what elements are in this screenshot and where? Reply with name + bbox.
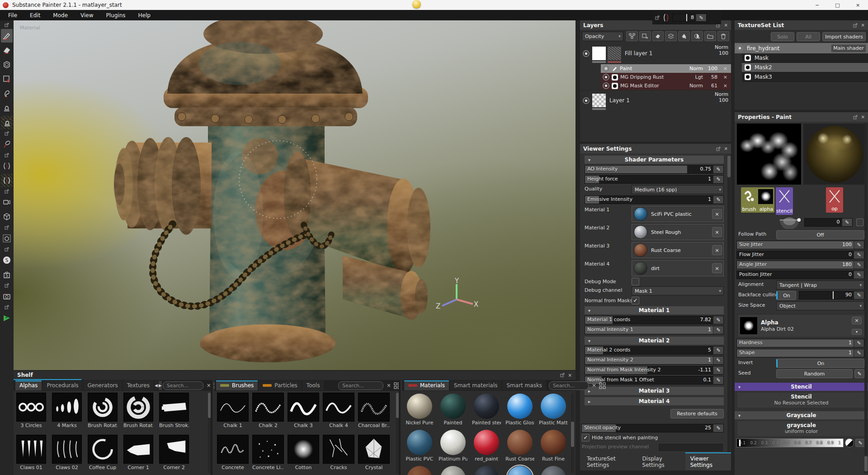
effect-row-paint[interactable]: Paint Norm 100 × <box>601 64 731 73</box>
textureset-visibility-icon[interactable] <box>736 45 743 52</box>
material-resource-tile[interactable]: Rust Coarse <box>505 429 534 462</box>
eraser-tool-button[interactable] <box>1 43 13 57</box>
material-clear-button[interactable]: × <box>712 209 722 219</box>
hide-stencil-checkbox[interactable]: ✓ <box>582 434 590 442</box>
settings-tab[interactable]: Display Settings <box>637 453 684 470</box>
close-button[interactable]: × <box>848 0 868 10</box>
toolbar-popout-icon[interactable] <box>1 246 13 252</box>
polygon-fill-tool-button[interactable] <box>1 72 13 86</box>
menu-item[interactable]: View <box>75 11 99 19</box>
material-resource-tile[interactable]: Painted <box>439 393 467 426</box>
layer-row-layer1[interactable]: Layer 1 Norm100 <box>580 90 731 110</box>
clone-source-tool-button[interactable] <box>1 116 13 129</box>
size-space-dropdown[interactable]: Object▾ <box>776 301 864 310</box>
tabs-scroll-left-icon[interactable]: ◀ <box>155 381 158 390</box>
brush-resource-tile[interactable]: Cracks <box>323 435 354 474</box>
angle-link-checkbox[interactable] <box>856 218 863 226</box>
stencil-opacity-slider[interactable]: Stencil opacity25✎ <box>581 424 724 432</box>
edit-pencil-icon[interactable]: ✎ <box>854 241 864 249</box>
viewport-3d[interactable]: Material Y X Z <box>14 20 576 370</box>
shelf-tab[interactable]: Particles <box>259 380 302 390</box>
edit-pencil-icon[interactable]: ✎ <box>854 271 864 279</box>
menu-item[interactable]: Mode <box>47 11 73 19</box>
add-layer-icon[interactable] <box>665 31 677 41</box>
backface-culling-slider[interactable]: 90✎ <box>799 291 864 299</box>
perspective-view-button[interactable] <box>1 210 13 223</box>
height-force-slider[interactable]: Height force1✎ <box>585 175 724 184</box>
material-resource-tile[interactable] <box>439 465 467 475</box>
shape-slider[interactable]: Shape1✎ <box>736 349 864 357</box>
edit-pencil-icon[interactable]: ✎ <box>713 316 723 324</box>
follow-path-toggle[interactable]: Off <box>776 230 864 239</box>
edit-pencil-icon[interactable]: ✎ <box>854 251 864 259</box>
edit-pencil-icon[interactable]: ✎ <box>713 366 723 374</box>
brush-alpha-thumbnail[interactable] <box>758 189 773 204</box>
alpha-expand-button[interactable]: ▾ <box>852 329 862 335</box>
alpha-resource-tile[interactable]: Claws 02 <box>52 435 82 474</box>
panel-popout-icon[interactable] <box>853 115 858 119</box>
layer-thumbnail[interactable] <box>592 94 606 107</box>
effect-row-mg-mask-editor[interactable]: MG Mask Editor Norm 61 × <box>601 81 731 90</box>
mirror-tool-button[interactable] <box>1 159 13 173</box>
toolbar-popout-icon[interactable] <box>1 22 13 28</box>
add-fill-layer-icon[interactable] <box>678 31 690 41</box>
settings-tab[interactable]: TextureSet Settings <box>582 453 637 470</box>
invert-toggle[interactable]: On <box>776 359 864 368</box>
brush-resource-tile[interactable]: Cotton <box>288 435 319 474</box>
toolbar-popout-icon[interactable] <box>1 282 13 289</box>
layer-visibility-icon[interactable] <box>583 50 590 57</box>
path-tool-button[interactable] <box>1 138 13 151</box>
brush-resource-tile[interactable]: Chalk 2 <box>252 393 284 432</box>
grayscale-section-header[interactable]: ▾Grayscale <box>735 411 868 419</box>
layer-thumbnail[interactable] <box>592 47 606 60</box>
edit-pencil-icon[interactable]: ✎ <box>713 326 723 334</box>
restore-defaults-button[interactable]: Restore defaults <box>670 409 724 418</box>
stencil-slot[interactable]: stencil <box>776 187 793 215</box>
panel-popout-icon[interactable] <box>853 23 858 28</box>
shelf-tab[interactable]: Tools <box>302 380 324 390</box>
material-resource-tile[interactable]: Plastic Matt... <box>539 393 568 426</box>
material-1-picker[interactable]: SciFi PVC plastic × <box>632 206 724 222</box>
menu-item[interactable]: Plugins <box>101 11 131 19</box>
material-resource-tile[interactable] <box>539 465 568 475</box>
angle-jitter-slider[interactable]: Angle Jitter180✎ <box>736 261 864 269</box>
frame-view-button[interactable] <box>1 232 13 245</box>
symmetry-tool-button[interactable] <box>1 174 13 187</box>
alpha-resource-tile[interactable]: Corner 1 <box>123 435 153 474</box>
resources-updater-plugin-icon[interactable] <box>1 311 13 325</box>
import-shaders-button[interactable]: Import shaders <box>822 32 866 41</box>
material-resource-tile[interactable]: Painted steel <box>472 393 501 426</box>
brush-slot[interactable]: brush alpha <box>741 187 774 213</box>
brush-resource-tile[interactable]: Concrete Li... <box>252 435 284 474</box>
seed-random-button[interactable]: Random <box>776 369 853 378</box>
paint-tool-button[interactable] <box>1 29 13 43</box>
grid-view-icon[interactable] <box>599 382 606 389</box>
edit-pencil-icon[interactable]: ✎ <box>713 424 723 432</box>
channel-row-mask3[interactable]: Mask3 <box>742 72 868 82</box>
debug-channel-dropdown[interactable]: Mask 1▾ <box>632 286 724 295</box>
edit-pencil-icon[interactable]: ✎ <box>854 349 864 357</box>
screenshot-button[interactable] <box>1 290 13 303</box>
materials-scrollbar[interactable] <box>571 393 574 473</box>
brush-resource-tile[interactable]: Chalk 4 <box>323 393 354 432</box>
smudge-tool-button[interactable] <box>1 87 13 100</box>
menu-item[interactable]: File <box>3 11 23 19</box>
add-effect-icon[interactable] <box>626 31 638 41</box>
effect-visibility-icon[interactable] <box>603 82 609 89</box>
toolbar-popout-icon[interactable] <box>1 224 13 231</box>
clone-stamp-tool-button[interactable] <box>1 101 13 115</box>
material-resource-tile[interactable] <box>405 465 434 475</box>
delete-layer-icon[interactable] <box>717 31 729 41</box>
brush-resource-tile[interactable]: Crystal <box>358 435 390 474</box>
material-resource-tile[interactable] <box>472 465 501 475</box>
material-4-picker[interactable]: dirt × <box>632 260 724 276</box>
projection-preview-field[interactable] <box>658 443 724 452</box>
brush-resource-tile[interactable]: Chalk 1 <box>217 393 249 432</box>
main-shader-button[interactable]: Main shader <box>831 44 866 52</box>
maximize-button[interactable]: □ <box>827 0 848 10</box>
channel-row-mask2[interactable]: Mask2 <box>742 63 868 72</box>
material-resource-tile[interactable]: Platinum Pure <box>439 429 467 462</box>
normal-from-mask-intensity-2-slider[interactable]: Normal from Mask Intensity 2-1.11✎ <box>585 366 724 375</box>
camera-view-button[interactable] <box>1 195 13 209</box>
alpha-resource-tile[interactable]: 4 Marks <box>52 393 82 432</box>
